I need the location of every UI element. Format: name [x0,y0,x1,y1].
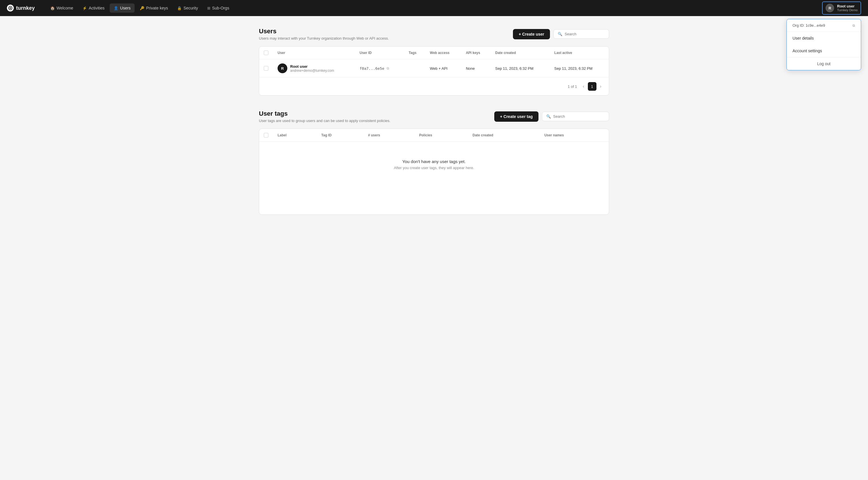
user-tags-empty-state: You don't have any user tags yet. After … [259,142,609,187]
nav-activities[interactable]: ⚡ Activities [79,3,108,12]
user-row-email: andrew+demo@turnkey.com [290,69,334,72]
nav-sub-orgs[interactable]: ⊞ Sub-Orgs [203,3,234,12]
nav-avatar: R [826,4,834,12]
users-search-icon: 🔍 [558,32,562,36]
users-title: Users [259,28,389,35]
copy-user-id-button[interactable]: ⧉ [386,66,390,71]
nav-user-info: Root user Turnkey Demo [837,4,858,12]
tags-col-policies: Policies [414,129,468,142]
date-created-cell: Sep 11, 2023, 6:32 PM [491,59,550,78]
tags-select-all-header [259,129,273,142]
brand-name: turnkey [16,5,35,11]
users-select-all-header [259,47,273,59]
last-active-cell: Sep 11, 2023, 6:32 PM [550,59,609,78]
users-col-datecreated: Date created [491,47,550,59]
row-checkbox-cell [259,59,273,78]
tags-select-all-checkbox[interactable] [264,133,268,138]
user-tags-actions: + Create user tag 🔍 [494,111,609,122]
empty-state-title: You don't have any user tags yet. [265,159,603,164]
table-row: R Root user andrew+demo@turnkey.com f0a7… [259,59,609,78]
user-tags-header-row: Label Tag ID # users Policies Date creat… [259,129,609,142]
nav-security[interactable]: 🔒 Security [173,3,202,12]
brand-logo[interactable]: turnkey [7,5,35,11]
tags-col-label: Label [273,129,317,142]
users-col-webaccess: Web access [425,47,461,59]
nav-user-name: Root user [837,4,858,9]
security-icon: 🔒 [177,6,182,10]
user-tags-subtitle: User tags are used to group users and ca… [259,119,391,123]
logo-icon [7,5,14,11]
users-section-header: Users Users may interact with your Turnk… [259,28,609,40]
prev-page-button[interactable]: ‹ [581,83,586,90]
users-col-apikeys: API keys [461,47,491,59]
copy-org-id-icon[interactable]: ⧉ [852,24,855,28]
user-tags-search-box[interactable]: 🔍 [542,112,609,121]
home-icon: 🏠 [50,6,55,10]
users-title-group: Users Users may interact with your Turnk… [259,28,389,40]
nav-user-org: Turnkey Demo [837,8,858,12]
user-dropdown: Org ID: 1c9e...e4e9 ⧉ User details Accou… [786,19,861,70]
dropdown-org-id[interactable]: Org ID: 1c9e...e4e9 ⧉ [787,19,861,32]
user-tags-search-icon: 🔍 [546,114,551,119]
main-content: Users Users may interact with your Turnk… [247,16,621,241]
users-col-user: User [273,47,355,59]
activities-icon: ⚡ [82,6,87,10]
nav-links: 🏠 Welcome ⚡ Activities 👤 Users 🔑 Private… [46,3,822,12]
nav-users[interactable]: 👤 Users [110,3,135,12]
user-id-value: f0a7...6e5e [360,66,384,71]
users-table-body: R Root user andrew+demo@turnkey.com f0a7… [259,59,609,78]
users-actions: + Create user 🔍 [513,29,609,39]
user-tags-section-header: User tags User tags are used to group us… [259,110,609,123]
users-search-input[interactable] [565,32,605,36]
sub-orgs-icon: ⊞ [207,6,210,10]
create-user-tag-button[interactable]: + Create user tag [494,111,538,122]
users-pagination: 1 of 1 ‹ 1 › [259,77,609,95]
next-page-button[interactable]: › [598,83,603,90]
tags-col-datecreated: Date created [468,129,539,142]
tags-col-usernames: User names [539,129,609,142]
user-tags-section: User tags User tags are used to group us… [259,110,609,215]
pagination-text: 1 of 1 [568,84,577,89]
users-col-tags: Tags [404,47,425,59]
users-icon: 👤 [114,6,118,10]
users-table: User User ID Tags Web access API keys Da… [259,47,609,77]
private-keys-icon: 🔑 [140,6,144,10]
dropdown-logout[interactable]: Log out [787,57,861,70]
user-cell: R Root user andrew+demo@turnkey.com [273,59,355,78]
dropdown-user-details[interactable]: User details [787,32,861,44]
users-search-box[interactable]: 🔍 [553,29,609,39]
users-table-head: User User ID Tags Web access API keys Da… [259,47,609,59]
dropdown-account-settings[interactable]: Account settings [787,44,861,57]
user-row-avatar: R [278,63,287,73]
user-id-cell: f0a7...6e5e ⧉ [355,59,404,78]
users-col-userid: User ID [355,47,404,59]
web-access-cell: Web + API [425,59,461,78]
tags-col-users: # users [363,129,414,142]
row-checkbox[interactable] [264,66,268,71]
user-row-name: Root user [290,64,334,69]
nav-welcome[interactable]: 🏠 Welcome [46,3,77,12]
api-keys-cell: None [461,59,491,78]
nav-private-keys[interactable]: 🔑 Private keys [136,3,172,12]
svg-point-1 [10,7,11,9]
empty-state-subtitle: After you create user tags, they will ap… [265,166,603,170]
navbar: turnkey 🏠 Welcome ⚡ Activities 👤 Users 🔑… [0,0,868,16]
users-subtitle: Users may interact with your Turnkey org… [259,36,389,40]
users-table-header-row: User User ID Tags Web access API keys Da… [259,47,609,59]
tags-col-tagid: Tag ID [317,129,363,142]
user-tags-search-input[interactable] [553,114,605,119]
create-user-button[interactable]: + Create user [513,29,550,39]
user-tags-table: Label Tag ID # users Policies Date creat… [259,129,609,142]
users-table-container: User User ID Tags Web access API keys Da… [259,46,609,96]
users-select-all-checkbox[interactable] [264,51,268,55]
page-1-button[interactable]: 1 [588,82,596,91]
user-tags-table-container: Label Tag ID # users Policies Date creat… [259,129,609,215]
user-tags-title-group: User tags User tags are used to group us… [259,110,391,123]
user-row-info: Root user andrew+demo@turnkey.com [290,64,334,72]
user-tags-table-head: Label Tag ID # users Policies Date creat… [259,129,609,142]
user-menu-trigger[interactable]: R Root user Turnkey Demo [822,1,861,14]
users-col-lastactive: Last active [550,47,609,59]
user-tags-title: User tags [259,110,391,117]
tags-cell [404,59,425,78]
users-section: Users Users may interact with your Turnk… [259,28,609,96]
